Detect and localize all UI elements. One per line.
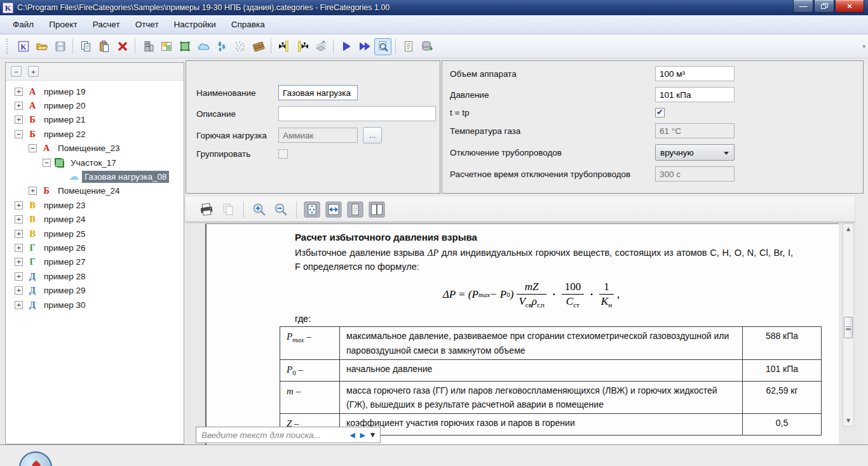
- expander-icon[interactable]: +: [15, 201, 23, 210]
- menu-calculation[interactable]: Расчет: [85, 17, 128, 32]
- tree-item[interactable]: +Впример 25: [6, 227, 184, 241]
- menu-project[interactable]: Проект: [41, 17, 85, 32]
- volume-input[interactable]: [655, 66, 735, 81]
- run-all-icon: [358, 40, 371, 53]
- open-folder-icon: [36, 40, 48, 53]
- delete-button[interactable]: [114, 38, 131, 55]
- formula: ΔP = (Pmax − P0) mZVсвρг,п · 100Cст · 1K…: [295, 281, 768, 309]
- print-button[interactable]: [197, 200, 216, 219]
- zoom-out-button[interactable]: [271, 200, 290, 219]
- menu-settings[interactable]: Настройки: [166, 17, 224, 32]
- search-next-icon[interactable]: ▶: [358, 431, 368, 439]
- save-button[interactable]: [51, 38, 69, 55]
- tree-item[interactable]: −Участок_17: [6, 156, 184, 170]
- expander-icon[interactable]: +: [15, 102, 23, 110]
- scroll-down-icon[interactable]: ▼: [844, 416, 853, 426]
- title-bar: K C:\Program Files\FireCategories\Sample…: [0, 0, 868, 15]
- tree-item[interactable]: +Апример 20: [6, 98, 184, 112]
- search-input[interactable]: [196, 430, 347, 440]
- tree-item[interactable]: +Апример 19: [6, 84, 184, 98]
- expander-icon[interactable]: +: [15, 286, 23, 295]
- search-prev-icon[interactable]: ◀: [347, 431, 357, 439]
- restore-icon: [821, 3, 828, 9]
- menu-report[interactable]: Отчет: [128, 17, 166, 32]
- run-button[interactable]: [337, 38, 355, 55]
- menu-help[interactable]: Справка: [224, 17, 273, 32]
- parameters-panel: Объем аппарата Давление t = tp ✔ Темпера…: [442, 60, 864, 194]
- expander-icon[interactable]: +: [15, 116, 23, 124]
- expander-icon[interactable]: −: [43, 159, 51, 167]
- expander-icon[interactable]: +: [15, 88, 23, 96]
- pipe-shutoff-select[interactable]: вручную: [655, 144, 735, 161]
- tree-item[interactable]: +Впример 23: [6, 198, 184, 212]
- dust-button[interactable]: [231, 38, 248, 55]
- report-button[interactable]: [400, 38, 417, 55]
- pressure-input[interactable]: [655, 87, 735, 102]
- tree-item[interactable]: +Дпример 29: [6, 283, 184, 297]
- tree-item[interactable]: +БПомещение_24: [6, 184, 184, 198]
- collapse-all-button[interactable]: −: [11, 66, 22, 77]
- expander-icon[interactable]: +: [15, 215, 23, 223]
- shutoff-time-input[interactable]: [655, 166, 735, 182]
- tree-item[interactable]: ☁Газовая нагрузка_08: [6, 170, 184, 183]
- toolbar-overflow-icon[interactable]: ▾: [862, 43, 865, 50]
- minimize-button[interactable]: —: [793, 0, 813, 13]
- expander-icon[interactable]: +: [15, 272, 23, 281]
- tree-item[interactable]: +Бпример 21: [6, 113, 184, 127]
- building-button[interactable]: [139, 38, 156, 55]
- expander-icon[interactable]: +: [15, 230, 23, 238]
- tree-item[interactable]: +Гпример 26: [6, 241, 184, 255]
- close-button[interactable]: ×: [835, 0, 864, 13]
- one-page-button[interactable]: [346, 200, 365, 219]
- fit-page-icon: [304, 201, 320, 218]
- expander-icon[interactable]: +: [15, 258, 23, 266]
- fit-width-button[interactable]: [324, 200, 343, 219]
- two-pages-button[interactable]: [367, 200, 386, 219]
- pipe-valve-out-button[interactable]: [294, 38, 311, 55]
- expander-icon[interactable]: +: [15, 244, 23, 252]
- expand-all-button[interactable]: +: [28, 66, 39, 77]
- expander-icon[interactable]: +: [29, 187, 37, 195]
- gas-cloud-button[interactable]: [194, 38, 212, 55]
- tree-item[interactable]: +Впример 24: [6, 213, 184, 227]
- expander-icon[interactable]: −: [29, 144, 37, 152]
- group-checkbox[interactable]: [278, 149, 288, 159]
- fuel-load-input[interactable]: [278, 128, 358, 143]
- tree-item[interactable]: −АПомещение_23: [6, 142, 184, 156]
- scroll-up-icon[interactable]: ▲: [844, 224, 853, 234]
- area-button[interactable]: [176, 38, 193, 55]
- levels-icon: [315, 40, 327, 53]
- tree-item[interactable]: +Дпример 28: [6, 269, 184, 283]
- browse-button[interactable]: ...: [363, 127, 382, 143]
- fit-page-button[interactable]: [302, 200, 322, 219]
- menu-file[interactable]: Файл: [5, 17, 41, 32]
- print-preview-button[interactable]: [374, 38, 391, 55]
- liquid-button[interactable]: [213, 38, 230, 55]
- t-equals-tp-checkbox[interactable]: ✔: [655, 108, 665, 117]
- tree-item[interactable]: −Бпример 22: [6, 127, 184, 141]
- new-project-button[interactable]: K: [15, 38, 32, 55]
- zoom-in-button[interactable]: [250, 200, 269, 219]
- open-button[interactable]: [33, 38, 50, 55]
- tree-item[interactable]: +Гпример 27: [6, 255, 184, 269]
- scrollbar-thumb[interactable]: [844, 317, 853, 338]
- expander-icon[interactable]: −: [15, 130, 23, 138]
- name-input[interactable]: [278, 85, 358, 100]
- wood-button[interactable]: [250, 38, 267, 55]
- search-options-icon[interactable]: ▼: [368, 432, 380, 438]
- pipe-valve-in-button[interactable]: [275, 38, 292, 55]
- gas-temperature-input[interactable]: [655, 123, 735, 138]
- copy-page-button[interactable]: [219, 200, 238, 219]
- paste-button[interactable]: [95, 38, 112, 55]
- levels-button[interactable]: [312, 38, 329, 55]
- floor-plan-button[interactable]: [158, 38, 175, 55]
- preview-scrollbar[interactable]: ▲ ▼: [843, 223, 854, 427]
- tree-item[interactable]: +Дпример 30: [6, 298, 184, 312]
- export-data-button[interactable]: [418, 38, 435, 55]
- variables-table: Pmax – максимальное давление, развиваемо…: [280, 326, 822, 436]
- run-all-button[interactable]: [356, 38, 373, 55]
- restore-button[interactable]: [814, 0, 834, 13]
- copy-button[interactable]: [77, 38, 94, 55]
- description-input[interactable]: [278, 106, 436, 121]
- expander-icon[interactable]: +: [15, 301, 23, 309]
